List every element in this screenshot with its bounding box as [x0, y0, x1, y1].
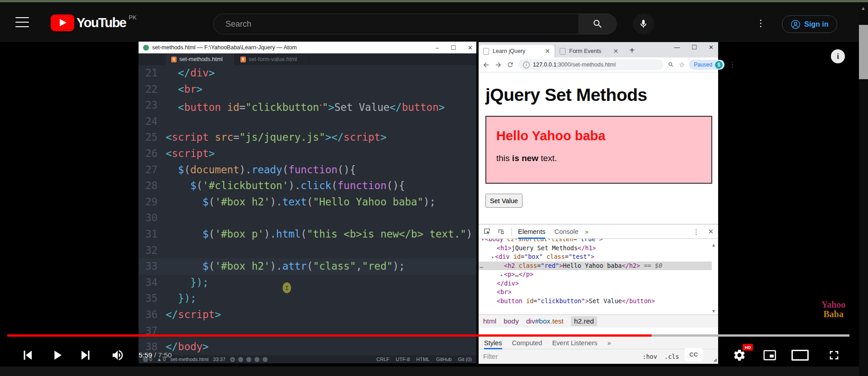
maximize-icon[interactable]: ☐: [691, 44, 697, 51]
set-value-button[interactable]: Set Value: [485, 194, 523, 208]
scroll-up-arrow[interactable]: ▲: [711, 243, 716, 247]
channel-watermark[interactable]: Yahoo Baba: [821, 300, 845, 319]
dom-tree-row[interactable]: ▾<body cz-shortcut-listen="true">: [479, 239, 712, 244]
collapse-arrow-icon[interactable]: ▾: [491, 255, 494, 260]
fullscreen-button[interactable]: [826, 347, 842, 363]
search-button[interactable]: [579, 14, 617, 34]
elements-dom-tree[interactable]: ▾<body cz-shortcut-listen="true"><h1>jQu…: [479, 239, 712, 314]
code-token: });: [190, 276, 209, 288]
play-button[interactable]: [49, 347, 65, 363]
guide-menu-button[interactable]: [15, 17, 29, 27]
dom-token: [543, 253, 547, 260]
minimize-icon[interactable]: –: [436, 44, 439, 51]
dom-tree-row[interactable]: </div>: [479, 279, 712, 288]
close-icon[interactable]: ✕: [709, 44, 714, 51]
code-token: [166, 292, 178, 304]
panel-tab-styles[interactable]: Styles: [484, 337, 502, 349]
devtools-tab-elements[interactable]: Elements: [518, 224, 545, 239]
expand-arrow-icon[interactable]: ▸: [500, 272, 503, 277]
dom-token: id: [526, 297, 533, 305]
scroll-down-arrow[interactable]: ▼: [711, 309, 716, 314]
class-toggle[interactable]: .cls: [664, 353, 679, 360]
volume-button[interactable]: [110, 348, 126, 362]
bookmark-star-icon[interactable]: ☆: [679, 61, 685, 69]
address-bar[interactable]: i 127.0.0.1:3000/set-methods.html: [518, 59, 663, 70]
zoom-icon[interactable]: [668, 62, 674, 68]
next-video-button[interactable]: [78, 348, 94, 362]
code-line: 38</body>: [139, 339, 476, 355]
site-info-icon[interactable]: i: [523, 62, 530, 68]
browser-tab-Learn jQuery[interactable]: Learn jQuery✕: [479, 45, 555, 57]
tab-close-icon[interactable]: ✕: [613, 48, 619, 55]
reload-icon[interactable]: [507, 61, 514, 68]
masthead-more-menu[interactable]: ⋮: [756, 18, 765, 29]
collapse-arrow-icon[interactable]: ▾: [481, 239, 484, 242]
opera-icon: [254, 357, 259, 362]
status-item-crlf[interactable]: CRLF: [376, 357, 389, 362]
device-toolbar-icon[interactable]: [497, 228, 505, 235]
panel-more-chevron[interactable]: »: [607, 337, 611, 349]
code-token: (: [301, 228, 307, 240]
atom-tab-set-form-value.html[interactable]: 5set-form-value.html: [235, 53, 309, 65]
browser-tab-Form Events[interactable]: Form Events✕: [555, 45, 623, 57]
status-item-utf-8[interactable]: UTF-8: [396, 357, 410, 362]
search-input[interactable]: Search: [213, 14, 579, 34]
breadcrumb-item[interactable]: div#box.test: [526, 317, 564, 325]
devtools-tab-console[interactable]: Console: [554, 224, 578, 239]
tab-close-icon[interactable]: ✕: [545, 48, 550, 55]
sign-in-label: Sign in: [804, 20, 828, 29]
scrollbar-thumb[interactable]: [859, 25, 868, 79]
youtube-logo[interactable]: YouTube PK: [51, 13, 134, 32]
filter-input[interactable]: Filter: [483, 353, 643, 360]
resize-corner[interactable]: ◢: [713, 357, 717, 362]
subtitles-button[interactable]: CC: [685, 348, 703, 361]
minimize-icon[interactable]: —: [674, 44, 680, 51]
dom-tree-row[interactable]: ▸<p>…</p>: [479, 270, 712, 279]
forward-icon[interactable]: [494, 61, 502, 69]
inspect-element-icon[interactable]: [483, 228, 491, 235]
breadcrumb-item[interactable]: html: [483, 317, 496, 325]
debugger-paused-badge[interactable]: Paused S: [689, 60, 724, 70]
previous-video-button[interactable]: [19, 348, 35, 362]
breadcrumb-item[interactable]: body: [504, 317, 519, 325]
page-title: jQuery Set Methods: [485, 85, 718, 105]
dom-row-content: ▾<body cz-shortcut-listen="true">: [479, 239, 603, 243]
miniplayer-button[interactable]: [761, 347, 779, 363]
toolbar-divider: [511, 228, 512, 236]
voice-search-button[interactable]: [633, 14, 654, 34]
status-item-git-0-[interactable]: Git (0): [458, 357, 472, 362]
sign-in-button[interactable]: Sign in: [782, 15, 837, 33]
close-icon[interactable]: ✕: [468, 44, 473, 51]
dom-tree-row[interactable]: <h1>jQuery Set Methods</h1>: [479, 244, 712, 253]
panel-tab-event-listeners[interactable]: Event Listeners: [552, 337, 597, 349]
dom-tree-row[interactable]: <button id="clickbutton">Set Value</butt…: [479, 297, 712, 306]
atom-tab-set-methods.html[interactable]: 5set-methods.html: [166, 53, 235, 65]
dom-tree-row[interactable]: ▾<div id="box" class="test">: [479, 252, 712, 262]
scroll-up-arrow[interactable]: ▲: [861, 5, 866, 11]
new-tab-button[interactable]: +: [629, 45, 635, 56]
dom-tree-row[interactable]: …<h2 class="red">Hello Yahoo baba</h2> =…: [479, 262, 712, 271]
maximize-icon[interactable]: ☐: [451, 44, 456, 51]
status-item-github[interactable]: GitHub: [436, 357, 451, 362]
video-info-icon[interactable]: i: [831, 49, 845, 63]
code-token: "js/jquery.js": [240, 131, 326, 143]
demo-box: Hello Yahoo baba this is new text.: [485, 116, 712, 184]
theater-mode-button[interactable]: [791, 350, 809, 361]
cursor-position[interactable]: 33:37: [213, 357, 226, 362]
miniplayer-icon: [762, 348, 777, 362]
status-item-html[interactable]: HTML: [416, 357, 430, 362]
status-filename[interactable]: set-methods.html: [170, 357, 208, 362]
progress-bar[interactable]: [7, 334, 849, 337]
more-tabs-chevron[interactable]: »: [585, 224, 589, 239]
atom-code-editor[interactable]: 21 </div>22 <br>23 <button id="clickbutt…: [139, 65, 476, 355]
chrome-window-controls: — ☐ ✕: [674, 44, 714, 51]
back-icon[interactable]: [482, 61, 490, 69]
panel-tab-computed[interactable]: Computed: [512, 337, 542, 349]
code-token: '#clickbutton': [202, 180, 288, 191]
devtools-menu-icon[interactable]: ⋮: [692, 228, 700, 236]
breadcrumb-item[interactable]: h2.red: [571, 316, 597, 326]
hover-state-toggle[interactable]: :hov: [643, 353, 657, 360]
chrome-menu-icon[interactable]: ⋮: [729, 61, 736, 69]
dom-tree-row[interactable]: <br>: [479, 288, 712, 297]
devtools-close-icon[interactable]: ✕: [708, 228, 714, 236]
